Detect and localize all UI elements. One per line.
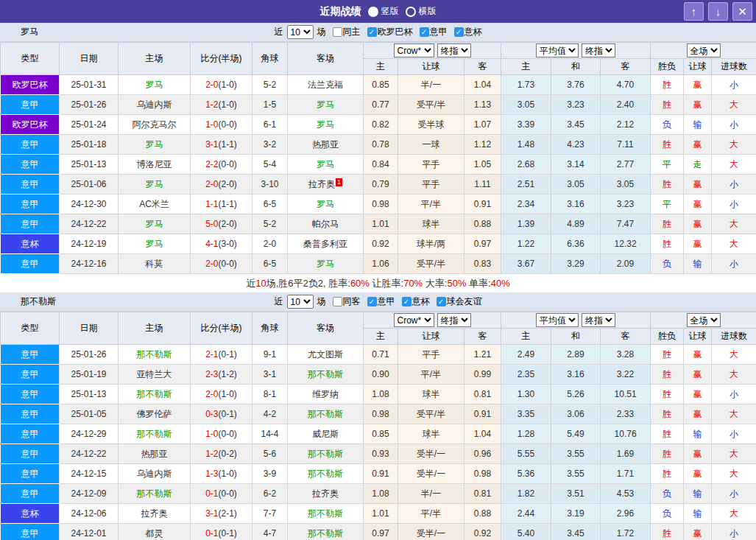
odds-cell: 1.06 [364,254,398,274]
avg-odds-cell: 3.67 [501,254,551,274]
team-section: 罗马近10场同主✓欧罗巴杯✓意甲✓意杯类型日期主场比分(半场)角球客场Crow*… [0,23,756,292]
radio-vertical-layout[interactable]: 竖版 [368,5,399,18]
scroll-up-button[interactable]: ↑ [684,2,704,21]
same-venue-checkbox[interactable] [333,27,342,37]
col-header: 日期 [60,312,119,345]
away-team-name: 拉齐奥 [312,488,339,499]
odds-cell: 0.82 [364,115,398,135]
odds-stage-select[interactable]: 终指 [437,313,471,327]
avg-stage-select[interactable]: 终指 [582,43,615,57]
home-team-name: 乌迪内斯 [137,469,172,479]
home-team-name: 那不勒斯 [137,488,172,499]
odds-cell: 受半球 [398,115,464,135]
col-header: 客场 [288,312,364,345]
sections-container: 罗马近10场同主✓欧罗巴杯✓意甲✓意杯类型日期主场比分(半场)角球客场Crow*… [0,23,756,540]
avg-stage-select[interactable]: 终指 [582,313,615,327]
fulltime-score: 2-0 [205,179,218,189]
result-goals-cell: 大 [712,504,756,524]
result-scope-select[interactable]: 全场 [687,313,721,327]
scroll-down-button[interactable]: ↓ [708,2,728,21]
away-team-name: 罗马 [317,99,334,110]
odds-cell: 受半/一 [398,524,464,540]
result-scope-select[interactable]: 全场 [687,43,721,57]
avg-odds-cell: 6.36 [551,234,601,254]
avg-source-select[interactable]: 平均值 [536,43,579,57]
league-filter[interactable]: ✓意甲 [420,26,448,38]
result-goals-cell: 大 [712,444,756,464]
halftime-score: (0-1) [219,528,237,539]
odds-source-select[interactable]: Crow* [394,43,434,57]
match-date: 24-12-15 [60,464,119,484]
match-count-select[interactable]: 10 [287,295,314,309]
halftime-score: (0-1) [219,409,237,419]
odds-source-select[interactable]: Crow* [394,313,434,327]
odds-cell: 1.05 [464,155,501,175]
league-filter[interactable]: ✓意杯 [402,295,430,308]
odds-cell: 1.21 [464,345,501,365]
summary-text: 让胜率: [370,278,403,289]
odds-cell: 1.12 [464,135,501,155]
league-checkbox[interactable]: ✓ [437,297,446,306]
result-handicap-cell: 赢 [684,345,712,365]
window-controls: ↑ ↓ ✕ [684,2,752,21]
odds-cell: 0.93 [364,444,398,464]
league-checkbox[interactable]: ✓ [367,297,377,306]
result-handicap-cell: 赢 [684,175,712,194]
avg-odds-cell: 3.45 [551,115,601,135]
avg-odds-cell: 4.70 [601,75,651,95]
league-filter-label: 球会友谊 [447,295,482,308]
odds-cell: 0.81 [464,385,501,404]
away-team-cell: 罗马 [288,254,364,274]
avg-odds-cell: 3.55 [551,444,601,464]
league-checkbox[interactable]: ✓ [420,27,429,37]
away-team-name: 罗马 [317,159,334,169]
match-count-select[interactable]: 10 [287,25,314,39]
league-checkbox[interactable]: ✓ [367,27,377,37]
avg-source-select[interactable]: 平均值 [536,313,579,327]
corners-cell: 6-5 [252,194,288,214]
league-checkbox[interactable]: ✓ [402,297,411,306]
league-checkbox[interactable]: ✓ [454,27,464,37]
league-type-badge: 意甲 [1,365,60,385]
odds-col-header: 让球 [398,329,464,345]
league-filter[interactable]: ✓欧罗巴杯 [367,26,413,38]
halftime-score: (0-2) [219,449,237,459]
same-venue-filter[interactable]: 同客 [333,295,361,308]
league-filter[interactable]: ✓意甲 [367,295,395,308]
away-team-cell: 拉齐奥1 [288,175,364,194]
same-venue-checkbox[interactable] [333,297,342,306]
home-team-cell: 罗马 [119,214,191,234]
radio-horizontal-layout[interactable]: 横版 [406,5,437,18]
odds-cell: 1.07 [464,115,501,135]
halftime-score: (1-1) [219,199,237,209]
avg-odds-cell: 5.36 [501,464,551,484]
fulltime-score: 2-0 [205,259,218,269]
odds-cell: 1.01 [364,214,398,234]
result-handicap-cell: 赢 [684,95,712,115]
home-team-cell: 都灵 [119,524,191,540]
games-label: 场 [317,295,326,308]
corners-cell: 5-2 [252,214,288,234]
same-venue-filter[interactable]: 同主 [333,26,361,38]
result-goals-cell: 大 [712,155,756,175]
close-button[interactable]: ✕ [732,2,752,21]
home-team-name: 科莫 [146,259,163,269]
radio-unselected-icon [406,7,416,17]
result-goals-cell: 小 [712,115,756,135]
league-filter-label: 意杯 [412,295,430,308]
league-type-badge: 意甲 [1,345,60,365]
result-goals-cell: 小 [712,484,756,504]
table-row: 意甲24-12-16科莫2-0(0-0)6-5罗马1.06受平/半0.833.6… [1,254,756,274]
odds-cell: 0.90 [364,365,398,385]
odds-stage-select[interactable]: 终指 [437,43,471,57]
table-row: 欧罗巴杯25-01-24阿尔克马尔1-0(0-0)6-1罗马0.82受半球1.0… [1,115,756,135]
avg-col-header: 主 [501,59,551,75]
corners-cell: 6-5 [252,254,288,274]
league-filter[interactable]: ✓意杯 [454,26,482,38]
avg-odds-cell: 3.45 [551,524,601,540]
result-goals-cell: 小 [712,254,756,274]
avg-odds-cell: 4.89 [551,214,601,234]
avg-odds-cell: 1.73 [501,75,551,95]
avg-odds-cell: 5.40 [501,524,551,540]
league-filter[interactable]: ✓球会友谊 [437,295,482,308]
